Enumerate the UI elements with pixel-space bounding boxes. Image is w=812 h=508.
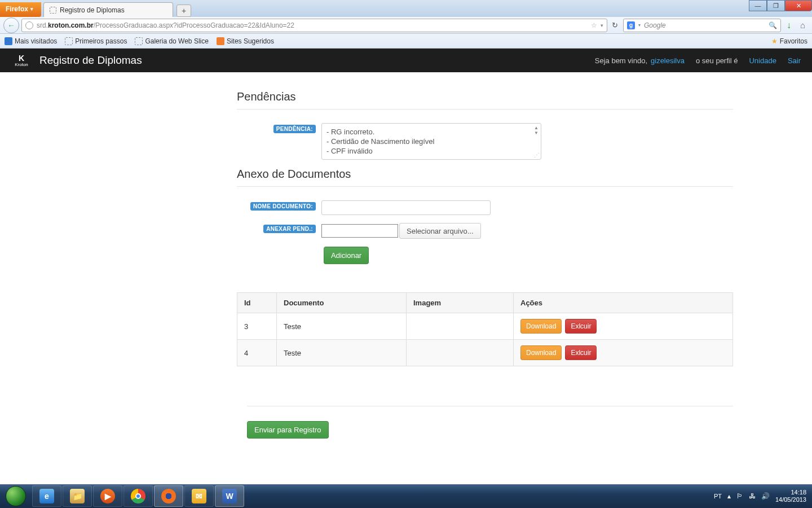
cell-imagem — [407, 340, 514, 366]
bookmark-sites-sugeridos[interactable]: Sites Sugeridos — [217, 37, 274, 45]
tab-title: Registro de Diplomas — [60, 6, 125, 14]
windows-orb-icon — [6, 486, 26, 506]
minimize-button[interactable]: — — [749, 0, 767, 11]
nome-documento-input[interactable] — [321, 200, 491, 215]
globe-icon — [25, 21, 33, 29]
pendencia-label: PENDÊNCIA: — [273, 125, 316, 133]
pendencia-line: - RG incorreto. — [326, 127, 536, 137]
taskbar-firefox[interactable] — [154, 485, 183, 507]
firefox-menu-button[interactable]: Firefox — [0, 2, 41, 17]
taskbar-chrome[interactable] — [123, 485, 153, 507]
app-title: Registro de Diplomas — [39, 54, 142, 67]
taskbar-media[interactable]: ▶ — [93, 485, 122, 507]
favoritos-menu[interactable]: ★Favoritos — [771, 37, 807, 45]
plus-icon: + — [182, 6, 186, 15]
cell-id: 4 — [237, 340, 277, 366]
ie-icon: e — [39, 489, 54, 503]
url-bar[interactable]: srd.kroton.com.br/ProcessoGraduacao.aspx… — [21, 19, 607, 32]
adicionar-row: Adicionar — [324, 247, 733, 264]
bookmarks-bar: Mais visitados Primeiros passos Galeria … — [0, 34, 812, 49]
tray-language[interactable]: PT — [714, 493, 722, 500]
taskbar-ie[interactable]: e — [32, 485, 61, 507]
taskbar-explorer[interactable]: 📁 — [63, 485, 92, 507]
downloads-icon[interactable]: ↓ — [783, 20, 795, 30]
welcome-text: Seja bem vindo, — [595, 56, 647, 65]
system-tray: PT ▴ 🏳 🖧 🔊 14:18 14/05/2013 — [714, 489, 812, 503]
tray-clock[interactable]: 14:18 14/05/2013 — [775, 489, 806, 503]
search-bar[interactable]: g ▾ Google 🔍 — [623, 19, 781, 32]
content: Pendências PENDÊNCIA: - RG incorreto. - … — [237, 72, 733, 472]
windows-taskbar: e 📁 ▶ ✉ W PT ▴ 🏳 🖧 🔊 14:18 14/05/2013 — [0, 484, 812, 508]
cell-acoes: Download Exlcuir — [514, 313, 733, 340]
unidade-link[interactable]: Unidade — [749, 56, 776, 65]
maximize-button[interactable]: ❐ — [767, 0, 785, 11]
bookmark-label: Mais visitados — [15, 37, 57, 45]
firefox-icon — [161, 489, 176, 503]
enviar-button[interactable]: Enviar para Registro — [247, 421, 329, 439]
bookmark-primeiros-passos[interactable]: Primeiros passos — [65, 37, 127, 45]
bookmark-icon — [5, 37, 12, 45]
url-dropdown-icon[interactable]: ▾ — [601, 23, 603, 28]
tray-network-icon[interactable]: 🖧 — [749, 492, 756, 500]
documents-table: Id Documento Imagem Ações 3 Teste Downlo… — [237, 292, 733, 366]
arrow-down-icon[interactable]: ▼ — [534, 131, 539, 136]
select-file-button[interactable]: Selecionar arquivo... — [399, 223, 481, 239]
app-header-right: Seja bem vindo, gizelesilva o seu perfil… — [595, 56, 801, 65]
excluir-button[interactable]: Exlcuir — [565, 345, 597, 360]
section-anexo-title: Anexo de Documentos — [237, 168, 733, 181]
bookmark-label: Galeria do Web Slice — [145, 37, 209, 45]
pendencia-line: - CPF inválido — [326, 146, 536, 156]
kroton-logo[interactable]: KKroton — [11, 52, 32, 68]
username-link[interactable]: gizelesilva — [651, 56, 685, 65]
anexar-row: ANEXAR PEND.: Selecionar arquivo... — [237, 223, 733, 239]
anexar-label-wrap: ANEXAR PEND.: — [237, 223, 321, 233]
download-button[interactable]: Download — [520, 345, 562, 360]
file-name-field[interactable] — [321, 224, 398, 238]
taskbar-outlook[interactable]: ✉ — [184, 485, 214, 507]
pendencia-scroll[interactable]: ▲▼ — [534, 126, 539, 136]
nome-documento-label: NOME DOCUMENTO: — [250, 202, 316, 211]
bookmark-mais-visitados[interactable]: Mais visitados — [5, 37, 57, 45]
table-header-row: Id Documento Imagem Ações — [237, 293, 733, 313]
home-icon[interactable]: ⌂ — [797, 20, 809, 30]
perfil-text: o seu perfil é — [696, 56, 738, 65]
media-icon: ▶ — [100, 489, 115, 503]
favoritos-label: Favoritos — [780, 37, 807, 45]
search-placeholder: Google — [644, 21, 765, 29]
start-button[interactable] — [0, 484, 32, 508]
bookmark-label: Sites Sugeridos — [227, 37, 274, 45]
sair-link[interactable]: Sair — [788, 56, 801, 65]
table-row: 3 Teste Download Exlcuir — [237, 313, 733, 340]
back-button[interactable]: ← — [3, 17, 19, 33]
folder-icon: 📁 — [70, 489, 85, 503]
pendencia-textarea[interactable]: - RG incorreto. - Certidão de Nascimento… — [321, 123, 541, 160]
bookmark-icon — [135, 37, 143, 45]
cell-id: 3 — [237, 313, 277, 340]
taskbar-word[interactable]: W — [215, 485, 244, 507]
bookmark-icon — [217, 37, 224, 45]
tray-time: 14:18 — [791, 489, 806, 496]
excluir-button[interactable]: Exlcuir — [565, 319, 597, 334]
search-icon[interactable]: 🔍 — [769, 21, 777, 29]
window-controls: — ❐ ✕ — [749, 0, 812, 11]
th-id: Id — [237, 293, 277, 313]
outlook-icon: ✉ — [192, 489, 206, 503]
browser-tab[interactable]: Registro de Diplomas — [43, 2, 173, 17]
search-dropdown-icon[interactable]: ▾ — [638, 23, 641, 28]
tray-volume-icon[interactable]: 🔊 — [761, 492, 770, 500]
reload-button[interactable]: ↻ — [610, 21, 621, 29]
bookmark-star-icon[interactable]: ☆ — [591, 21, 597, 29]
resize-handle-icon[interactable]: ⋰ — [534, 152, 540, 158]
cell-imagem — [407, 313, 514, 340]
close-button[interactable]: ✕ — [785, 0, 812, 11]
cell-documento: Teste — [277, 313, 407, 340]
download-button[interactable]: Download — [520, 319, 562, 334]
th-documento: Documento — [277, 293, 407, 313]
tray-flag-icon[interactable]: 🏳 — [736, 492, 743, 500]
new-tab-button[interactable]: + — [176, 5, 191, 17]
adicionar-button[interactable]: Adicionar — [324, 247, 369, 264]
content-viewport[interactable]: Pendências PENDÊNCIA: - RG incorreto. - … — [0, 72, 812, 491]
tray-arrow-icon[interactable]: ▴ — [727, 492, 731, 500]
divider — [237, 186, 733, 187]
bookmark-galeria[interactable]: Galeria do Web Slice — [135, 37, 209, 45]
